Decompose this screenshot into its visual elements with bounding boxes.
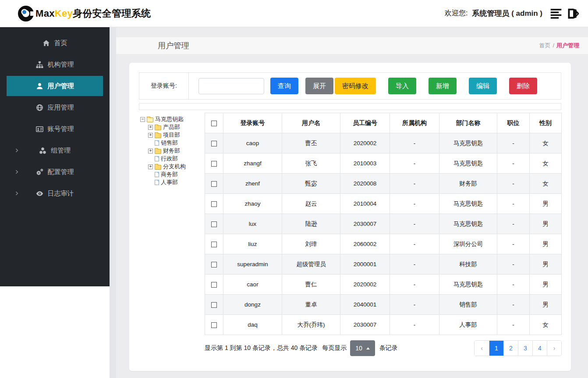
tree-node[interactable]: 销售部 [140,139,205,147]
table-cell: 刘璋 [282,234,340,254]
table-cell: - [390,234,439,254]
sidebar-divider [110,27,116,378]
header-icons [549,7,579,20]
search-toolbar-body: 查询 展开 密码修改导入新增编辑删除 [189,73,561,99]
sidebar-item-home[interactable]: 首页 [7,33,103,53]
file-icon [155,172,159,177]
table-cell: - [390,133,439,153]
column-header: 员工编号 [340,113,390,133]
delete-button[interactable]: 删除 [509,78,537,94]
file-icon [155,140,159,146]
chevron-right-icon [14,191,19,196]
expand-icon[interactable]: + [148,149,153,153]
breadcrumb-home[interactable]: 首页 [539,42,550,49]
table-row[interactable]: zhaoy赵云2010004-马克思钥匙-男 [205,194,562,214]
add-button[interactable]: 新增 [429,78,457,94]
table-cell: 男 [530,214,562,234]
file-icon [155,156,159,161]
row-checkbox[interactable] [211,262,217,267]
row-checkbox[interactable] [211,302,217,308]
per-page-suffix: 条记录 [379,344,398,352]
pager-page-3[interactable]: 3 [518,341,532,356]
collapse-icon[interactable]: − [140,117,145,122]
sidebar-item-config[interactable]: 配置管理 [7,162,103,182]
query-button[interactable]: 查询 [270,78,298,94]
select-all-checkbox[interactable] [211,121,217,126]
pager-page-2[interactable]: 2 [503,341,518,356]
table-cell: 马克思钥匙 [439,275,497,295]
home-icon [43,39,50,47]
row-checkbox[interactable] [211,282,217,288]
table-cell: 马克思钥匙 [439,153,497,174]
menu-icon[interactable] [549,7,563,20]
top-header: MaxKey身份安全管理系统 欢迎您: 系统管理员 ( admin ) [0,0,588,27]
tree-node-label: 人事部 [161,178,178,186]
table-cell: - [497,133,530,153]
pager-next[interactable]: › [547,341,561,356]
row-checkbox[interactable] [211,322,217,328]
login-account-input[interactable] [198,78,264,94]
tree-node[interactable]: +产品部 [140,123,205,131]
org-tree: −马克思钥匙+产品部+项目部销售部+财务部行政部+分支机构商务部人事部 [139,113,205,356]
tree-node[interactable]: 人事部 [140,178,205,186]
table-row[interactable]: dongz董卓2040001-销售部-男 [205,295,562,315]
table-footer: 显示第 1 到第 10 条记录，总共 40 条记录 每页显示 10 条记录 ‹1… [205,340,562,356]
sidebar-item-label: 组管理 [51,146,71,155]
per-page-value: 10 [355,345,362,352]
table-cell: zhangf [223,153,282,174]
table-header-row: 登录账号用户名员工编号所属机构部门名称职位性别 [205,113,562,133]
table-cell: dongz [223,295,282,315]
expand-icon[interactable]: + [148,125,153,130]
row-checkbox[interactable] [211,141,217,146]
table-row[interactable]: caor曹仁2020002-马克思钥匙-男 [205,275,562,295]
sidebar-item-app[interactable]: 应用管理 [7,97,103,118]
sidebar-item-org[interactable]: 机构管理 [7,54,103,75]
row-checkbox[interactable] [211,201,217,207]
table-cell: 赵云 [282,194,340,214]
gears-icon [36,168,43,176]
table-row[interactable]: daq大乔(乔玮)2030007-人事部-女 [205,315,562,335]
pager-page-1[interactable]: 1 [489,341,503,356]
table-row[interactable]: superadmin超级管理员2000001-科技部-男 [205,254,562,275]
table-cell: 马克思钥匙 [439,194,497,214]
column-header: 登录账号 [223,113,282,133]
sidebar-item-account[interactable]: 账号管理 [7,119,103,139]
import-button[interactable]: 导入 [388,78,416,94]
table-row[interactable]: lux陆逊2030007-马克思钥匙-男 [205,214,562,234]
tree-node[interactable]: +项目部 [140,131,205,139]
row-checkbox[interactable] [211,242,217,247]
sidebar-item-group[interactable]: 组管理 [7,140,103,160]
sidebar-item-audit[interactable]: 日志审计 [7,183,103,203]
row-checkbox[interactable] [211,161,217,167]
per-page-select[interactable]: 10 [350,340,375,356]
column-header: 性别 [530,113,562,133]
folder-icon [155,133,161,138]
tree-node[interactable]: 行政部 [140,155,205,163]
expand-button[interactable]: 展开 [305,78,333,94]
tree-node[interactable]: +分支机构 [140,163,205,171]
row-checkbox-cell [205,214,223,234]
table-area: 登录账号用户名员工编号所属机构部门名称职位性别 caop曹丕2020002-马克… [205,113,562,356]
expand-icon[interactable]: + [148,164,153,169]
logout-icon[interactable] [566,7,579,20]
app-logo-icon [18,5,34,22]
table-cell: 董卓 [282,295,340,315]
table-cell: - [497,275,530,295]
table-row[interactable]: zhangf张飞2010003-马克思钥匙-女 [205,153,562,174]
table-row[interactable]: zhenf甄宓2020008-财务部-女 [205,174,562,194]
tree-node[interactable]: 商务部 [140,171,205,178]
edit-button[interactable]: 编辑 [469,78,497,94]
change-password-button[interactable]: 密码修改 [335,78,376,94]
table-row[interactable]: liuz刘璋2060002-深圳分公司-男 [205,234,562,254]
table-row[interactable]: caop曹丕2020002-马克思钥匙-女 [205,133,562,153]
tree-node[interactable]: +财务部 [140,147,205,155]
row-checkbox-cell [205,194,223,214]
row-checkbox[interactable] [211,181,217,187]
pager-prev[interactable]: ‹ [475,341,489,356]
expand-icon[interactable]: + [148,133,153,138]
sidebar-item-user[interactable]: 用户管理 [7,76,103,96]
tree-node[interactable]: −马克思钥匙 [140,115,205,123]
collapsed-advanced-search [139,103,561,110]
row-checkbox[interactable] [211,221,217,227]
pager-page-4[interactable]: 4 [532,341,547,356]
